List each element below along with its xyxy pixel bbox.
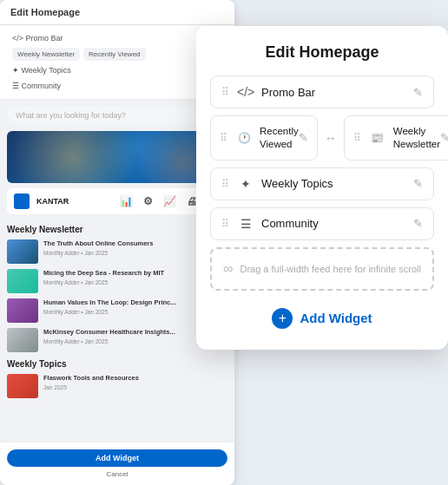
weekly-topics-label: Weekly Topics — [261, 177, 413, 190]
bg-kantar-bar: KANTAR 📊 ⚙ 📈 🖨 💬 — [7, 188, 227, 214]
kantar-nav-icon-3: 📈 — [163, 195, 176, 207]
weekly-newsletter-edit-icon[interactable]: ✎ — [440, 131, 448, 144]
kantar-label: KANTAR — [36, 197, 69, 206]
bg-article-2: Micing the Deep Sea - Research by MIT Mo… — [7, 269, 227, 293]
recently-viewed-drag-handle[interactable]: ⠿ — [220, 132, 228, 144]
bg-article-thumb-4 — [7, 328, 38, 352]
widget-weekly-topics[interactable]: ⠿ ✦ Weekly Topics ✎ — [210, 167, 434, 200]
bg-article-4: McKinsey Consumer Healthcare Insights...… — [7, 328, 227, 352]
kantar-nav-icon-2: ⚙ — [143, 195, 153, 207]
bg-article-1: The Truth About Online Consumers Monthly… — [7, 239, 227, 264]
add-widget-plus-icon: + — [272, 308, 293, 329]
community-icon: ☰ — [237, 217, 254, 231]
bg-article-thumb-1 — [7, 239, 38, 264]
bg-article-thumb-3 — [7, 298, 38, 323]
bg-panel-header: Edit Homepage — [0, 0, 234, 25]
widget-recently-viewed[interactable]: ⠿ 🕐 Recently Viewed ✎ — [210, 115, 318, 161]
add-widget-button[interactable]: + Add Widget — [210, 305, 434, 332]
add-widget-label: Add Widget — [300, 311, 372, 325]
bg-cancel-link[interactable]: Cancel — [107, 470, 128, 478]
bg-bottom-bar: Add Widget Cancel — [0, 442, 234, 485]
weekly-topics-drag-handle[interactable]: ⠿ — [221, 178, 230, 190]
bg-topic-thumb-1 — [7, 374, 38, 398]
promo-bar-icon: </> — [237, 85, 254, 99]
edit-panel-title: Edit Homepage — [210, 43, 434, 62]
row-swap-icon: ↔ — [325, 115, 337, 161]
bg-hero-decoration — [7, 131, 227, 183]
widget-community[interactable]: ⠿ ☰ Community ✎ — [210, 207, 434, 240]
bg-nav-promo-bar[interactable]: </> Promo Bar ✎ — [7, 30, 227, 46]
weekly-newsletter-label: Weekly Newsletter — [393, 125, 440, 151]
community-edit-icon[interactable]: ✎ — [413, 217, 423, 230]
bg-nav-pair-newsletter-viewed: Weekly Newsletter Recently Viewed — [7, 46, 227, 62]
drop-zone-text: Drag a full-width feed here for infinite… — [240, 264, 420, 274]
recently-viewed-label: Recently Viewed — [260, 125, 299, 151]
bg-nav-recently-viewed[interactable]: Recently Viewed — [83, 48, 145, 61]
bg-hero-banner — [7, 131, 227, 183]
bg-search-bar: What are you looking for today? — [7, 107, 227, 124]
weekly-newsletter-icon: 📰 — [369, 132, 386, 144]
bg-article-thumb-2 — [7, 269, 38, 293]
widget-weekly-newsletter[interactable]: ⠿ 📰 Weekly Newsletter ✎ — [344, 115, 448, 161]
bg-nav-weekly-newsletter[interactable]: Weekly Newsletter — [12, 48, 80, 61]
widget-row-double: ⠿ 🕐 Recently Viewed ✎ ↔ ⠿ 📰 Weekly Newsl… — [210, 115, 434, 161]
bg-section-weekly-newsletter-title: Weekly Newsletter — [7, 225, 227, 234]
drop-zone[interactable]: ∞ Drag a full-width feed here for infini… — [210, 247, 434, 291]
recently-viewed-edit-icon[interactable]: ✎ — [299, 131, 308, 144]
promo-bar-drag-handle[interactable]: ⠿ — [221, 86, 230, 98]
promo-bar-edit-icon[interactable]: ✎ — [413, 86, 423, 99]
community-drag-handle[interactable]: ⠿ — [221, 218, 230, 230]
bg-section-weekly-topics-title: Weekly Topics — [7, 359, 227, 369]
bg-search-placeholder: What are you looking for today? — [16, 111, 126, 120]
bg-nav-weekly-topics[interactable]: ✦ Weekly Topics ✎ — [7, 62, 227, 78]
drop-zone-icon: ∞ — [223, 261, 233, 277]
widget-promo-bar[interactable]: ⠿ </> Promo Bar ✎ — [210, 75, 434, 108]
promo-bar-label: Promo Bar — [261, 86, 413, 99]
weekly-topics-edit-icon[interactable]: ✎ — [413, 177, 423, 190]
weekly-newsletter-drag-handle[interactable]: ⠿ — [353, 132, 362, 144]
bg-panel-title: Edit Homepage — [10, 7, 80, 17]
bg-add-widget-button[interactable]: Add Widget — [7, 449, 227, 467]
community-label: Community — [261, 217, 413, 230]
bg-topic-1: Flaswork Tools and Resources Jan 2025 — [7, 374, 227, 398]
kantar-nav-icon-1: 📊 — [120, 195, 133, 207]
kantar-logo-icon — [14, 193, 30, 209]
weekly-topics-icon: ✦ — [237, 177, 254, 191]
bg-nav-community[interactable]: ☰ Community ✎ — [7, 78, 227, 94]
edit-homepage-panel: Edit Homepage ⠿ </> Promo Bar ✎ ⠿ 🕐 Rece… — [196, 26, 448, 350]
bg-article-3: Human Values In The Loop: Design Princ..… — [7, 298, 227, 323]
recently-viewed-icon: 🕐 — [235, 132, 253, 144]
